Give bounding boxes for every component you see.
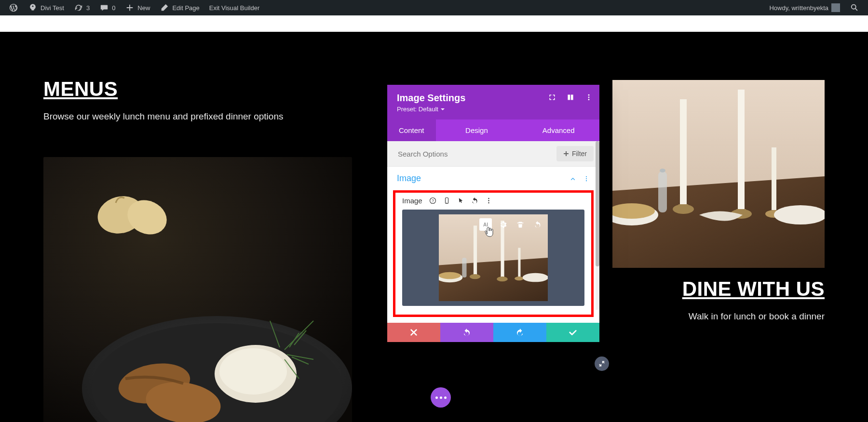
new[interactable]: New [120,0,155,15]
svg-point-42 [497,277,508,281]
site-name-text: Divi Test [41,4,64,12]
undo-icon[interactable] [471,197,478,204]
svg-point-23 [660,169,665,172]
columns-icon[interactable] [567,93,574,101]
chevron-up-icon[interactable] [570,175,576,182]
comments[interactable]: 0 [95,0,120,15]
exit-label: Exit Visual Builder [209,4,260,12]
undo-icon[interactable] [531,218,544,231]
more-vertical-icon[interactable] [585,93,593,101]
menus-column: MENUS Browse our weekly lunch menu and p… [43,78,352,122]
dine-image[interactable] [612,80,825,268]
updates[interactable]: 3 [69,0,95,15]
image-settings-panel: Image Settings Preset: Default Content D… [387,85,599,342]
gear-icon[interactable] [497,218,509,231]
comments-count: 0 [112,4,115,12]
howdy[interactable]: Howdy, writtenbyekta [764,0,845,15]
menus-title: MENUS [43,78,352,101]
search-row: Filter [387,141,599,167]
svg-point-36 [488,202,489,203]
wp-admin-bar: Divi Test 3 0 New Edit Page Exit Visual … [0,0,868,15]
redo-button[interactable] [493,323,546,342]
close-icon [409,328,418,337]
svg-point-34 [488,198,489,199]
section-title: Image [397,173,421,184]
dashboard-icon [28,3,38,13]
field-header: Image ? [395,193,591,210]
svg-point-40 [470,274,481,279]
svg-point-29 [586,180,587,181]
svg-point-35 [488,200,489,201]
cursor-icon[interactable] [457,197,464,204]
pencil-icon [160,3,169,13]
new-label: New [137,4,150,12]
svg-rect-22 [658,171,667,212]
more-vertical-icon[interactable] [583,175,590,182]
caret-down-icon [440,107,445,112]
panel-preset[interactable]: Preset: Default [397,106,590,113]
svg-rect-13 [678,204,688,210]
food-image[interactable] [43,157,352,422]
plus-icon [563,151,569,157]
search-icon [850,3,859,13]
expand-icon[interactable] [548,93,556,101]
redo-icon [515,328,524,337]
trash-icon[interactable] [514,218,527,231]
exit-visual-builder[interactable]: Exit Visual Builder [204,0,265,15]
cancel-button[interactable] [387,323,440,342]
wordpress-icon [9,3,18,13]
tabs: Content Design Advanced [387,119,599,141]
search-input[interactable] [393,147,553,161]
updates-icon [74,3,83,13]
svg-point-47 [523,273,548,282]
help-icon[interactable]: ? [429,197,436,204]
panel-header[interactable]: Image Settings Preset: Default [387,85,599,119]
tab-content[interactable]: Content [387,119,436,141]
image-preview[interactable]: AI [402,210,584,306]
svg-point-25 [588,97,590,98]
tab-advanced[interactable]: Advanced [517,119,599,141]
panel-footer [387,323,599,342]
svg-rect-17 [772,147,776,210]
phone-icon[interactable] [443,197,450,204]
svg-rect-48 [462,258,466,277]
highlighted-image-field: Image ? [393,190,594,317]
filter-button[interactable]: Filter [556,146,594,161]
plus-icon [125,3,135,13]
resize-handle[interactable] [595,356,609,371]
svg-point-26 [588,99,590,100]
svg-rect-11 [680,99,687,205]
comments-icon [99,3,109,13]
howdy-text: Howdy, writtenbyekta [769,4,828,12]
dine-column: DINE WITH US Walk in for lunch or book a… [612,277,825,322]
edit-page-label: Edit Page [172,4,199,12]
svg-point-21 [774,205,825,224]
dots-icon [435,396,447,399]
more-vertical-icon[interactable] [485,197,492,204]
section-header[interactable]: Image [387,167,599,188]
edit-page[interactable]: Edit Page [155,0,204,15]
svg-point-24 [588,94,590,96]
scrollbar[interactable] [596,141,599,310]
svg-text:?: ? [432,199,434,203]
site-name[interactable]: Divi Test [23,0,69,15]
svg-point-27 [586,176,587,177]
builder-fab[interactable] [431,387,451,408]
cursor-hand-icon [484,227,494,237]
svg-rect-39 [474,225,477,275]
check-icon [569,328,577,337]
menus-subtitle: Browse our weekly lunch menu and prefixe… [43,111,352,122]
svg-rect-43 [518,248,520,277]
save-button[interactable] [546,323,599,342]
svg-point-33 [446,202,447,203]
resize-icon [598,360,606,368]
undo-icon [462,328,471,337]
undo-button[interactable] [440,323,493,342]
svg-point-8 [219,348,287,395]
dine-subtitle: Walk in for lunch or book a dinner [612,311,825,322]
wp-logo[interactable] [4,0,23,15]
dine-title: DINE WITH US [612,277,825,301]
avatar [831,3,840,12]
search[interactable] [845,0,864,15]
tab-design[interactable]: Design [436,119,518,141]
